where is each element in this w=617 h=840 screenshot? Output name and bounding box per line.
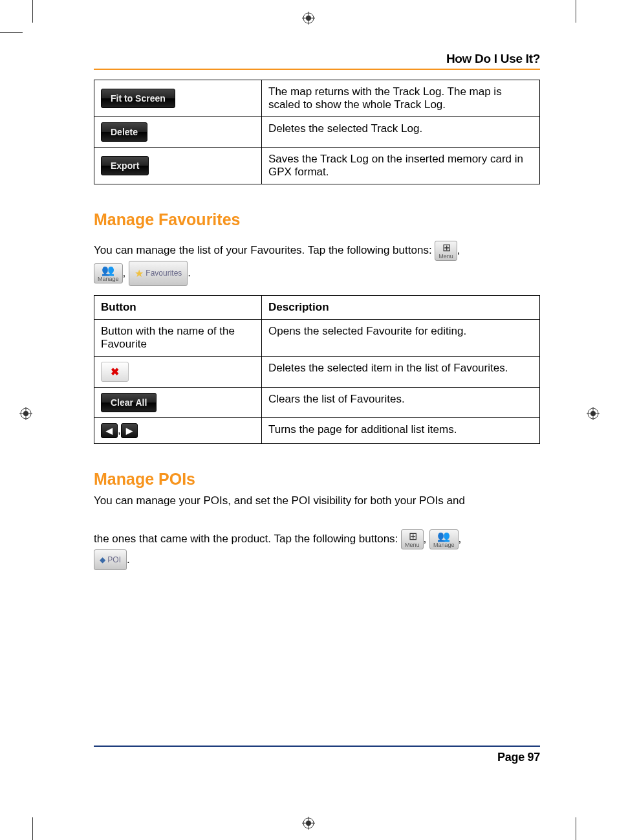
- delete-desc: Deletes the selected Track Log.: [262, 117, 540, 148]
- prev-page-icon: ◀: [101, 423, 118, 438]
- page-arrows-desc: Turns the page for additional list items…: [262, 418, 540, 444]
- registration-mark-icon: [302, 817, 315, 830]
- pois-intro: You can manage your POIs, and set the PO…: [94, 492, 540, 570]
- export-button: Export: [101, 156, 149, 175]
- registration-mark-icon: [19, 407, 32, 420]
- section-header: How Do I Use It?: [94, 52, 540, 66]
- delete-button: Delete: [101, 122, 147, 142]
- fit-to-screen-desc: The map returns with the Track Log. The …: [262, 80, 540, 117]
- poi-button-icon: ◆ POI: [94, 549, 127, 570]
- next-page-icon: ▶: [121, 423, 138, 438]
- delete-favourite-icon: ✖: [101, 362, 129, 382]
- clear-all-desc: Clears the list of Favourites.: [262, 388, 540, 418]
- page-number: Page 97: [94, 751, 540, 764]
- manage-button-icon: 👥Manage: [94, 263, 123, 283]
- footer-rule: [94, 746, 540, 747]
- favourites-heading: Manage Favourites: [94, 210, 540, 229]
- menu-button-icon: ⊞Menu: [435, 241, 457, 261]
- favourites-intro: You can manage the list of your Favourit…: [94, 241, 540, 286]
- clear-all-button: Clear All: [101, 393, 157, 412]
- registration-mark-icon: [587, 407, 600, 420]
- registration-mark-icon: [302, 12, 315, 25]
- track-log-table: Fit to Screen The map returns with the T…: [94, 80, 540, 184]
- pois-heading: Manage POIs: [94, 470, 540, 489]
- favourite-name-button: Button with the name of the Favourite: [94, 320, 262, 357]
- favourite-name-desc: Opens the selected Favourite for editing…: [262, 320, 540, 357]
- header-rule: [94, 69, 540, 70]
- col-desc-header: Description: [262, 296, 540, 320]
- col-button-header: Button: [94, 296, 262, 320]
- manage-button-icon: 👥Manage: [429, 529, 459, 549]
- export-desc: Saves the Track Log on the inserted memo…: [262, 148, 540, 184]
- fit-to-screen-button: Fit to Screen: [101, 89, 175, 108]
- favourites-button-icon: ★ Favourites: [129, 261, 188, 286]
- delete-favourite-desc: Deletes the selected item in the list of…: [262, 357, 540, 388]
- favourites-table: Button Description Button with the name …: [94, 295, 540, 444]
- menu-button-icon: ⊞Menu: [401, 529, 424, 549]
